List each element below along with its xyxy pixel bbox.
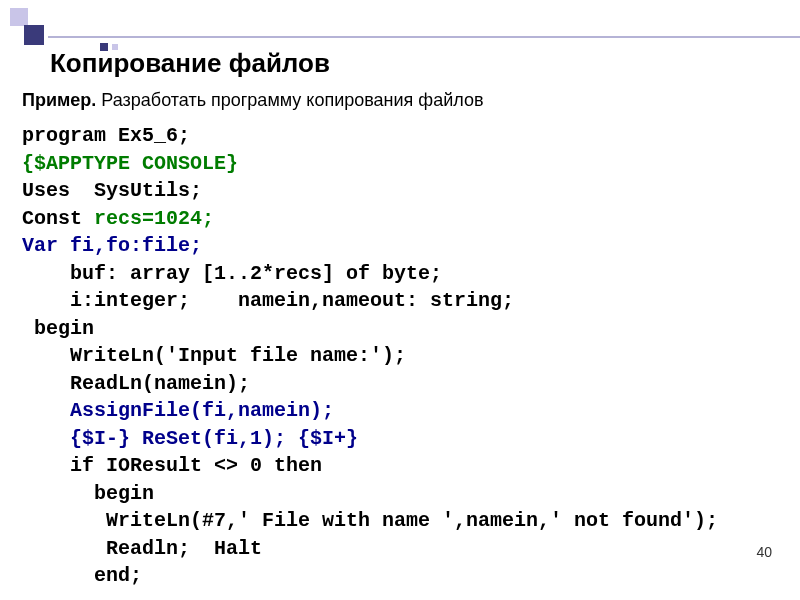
subtitle-text: Разработать программу копирования файлов [96,90,483,110]
deco-line [48,36,800,38]
code-line: Readln; Halt [22,537,262,560]
subtitle-label: Пример. [22,90,96,110]
code-line: WriteLn('Input file name:'); [22,344,406,367]
code-line: Var fi,fo:file; [22,234,202,257]
slide-subtitle: Пример. Разработать программу копировани… [22,90,484,111]
code-line: AssignFile(fi,namein); [22,399,334,422]
code-line: WriteLn(#7,' File with name ',namein,' n… [22,509,718,532]
code-line: buf: array [1..2*recs] of byte; [22,262,442,285]
code-line: Const recs=1024; [22,207,214,230]
code-line: program Ex5_6; [22,124,190,147]
slide-title: Копирование файлов [50,48,330,79]
code-line: begin [22,317,94,340]
code-line: {$I-} ReSet(fi,1); {$I+} [22,427,358,450]
code-line: ReadLn(namein); [22,372,250,395]
deco-square [24,25,44,45]
code-line: if IOResult <> 0 then [22,454,322,477]
code-block: program Ex5_6; {$APPTYPE CONSOLE} Uses S… [22,122,718,590]
page-number: 40 [756,544,772,560]
deco-square [10,8,28,26]
code-line: {$APPTYPE CONSOLE} [22,152,238,175]
code-line: begin [22,482,154,505]
code-line: end; [22,564,142,587]
code-line: i:integer; namein,nameout: string; [22,289,514,312]
code-line: Uses SysUtils; [22,179,202,202]
